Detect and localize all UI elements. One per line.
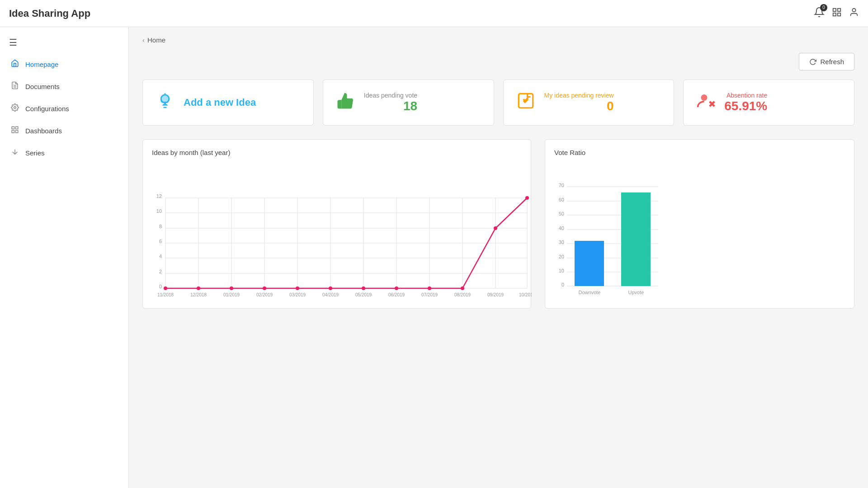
svg-text:08/2019: 08/2019 (454, 292, 471, 297)
series-icon (11, 148, 19, 158)
svg-text:0: 0 (159, 284, 162, 289)
bar-chart-title: Vote Ratio (554, 149, 845, 156)
svg-point-67 (525, 196, 529, 200)
svg-text:20: 20 (559, 254, 564, 259)
dashboards-icon (11, 126, 19, 136)
svg-point-62 (362, 286, 365, 290)
downvote-bar (575, 241, 604, 286)
svg-rect-11 (12, 131, 14, 133)
breadcrumb: ‹ Home (142, 36, 854, 44)
svg-rect-9 (16, 127, 18, 129)
sidebar-item-configurations[interactable]: Configurations (0, 98, 128, 120)
svg-rect-8 (12, 127, 14, 129)
absention-value: 65.91% (724, 99, 767, 113)
sidebar-documents-label: Documents (25, 83, 60, 90)
svg-point-7 (14, 107, 16, 109)
svg-text:11/2018: 11/2018 (157, 292, 174, 297)
sidebar-configurations-label: Configurations (25, 105, 69, 113)
absention-label: Absention rate (724, 92, 767, 99)
user-icon[interactable] (849, 7, 859, 20)
refresh-label: Refresh (820, 58, 844, 66)
topbar-icons: 0 (814, 7, 859, 20)
review-icon (516, 91, 535, 114)
svg-text:40: 40 (559, 225, 564, 231)
svg-text:10: 10 (156, 208, 162, 214)
charts-row: Ideas by month (last year) 0 2 4 6 8 10 … (142, 139, 854, 309)
svg-rect-0 (833, 8, 836, 11)
svg-text:2: 2 (159, 269, 162, 274)
svg-text:6: 6 (159, 239, 162, 244)
refresh-button[interactable]: Refresh (799, 53, 854, 70)
bar-chart-container: Vote Ratio 0 10 20 30 40 50 60 70 (545, 139, 854, 309)
svg-point-15 (701, 94, 708, 101)
svg-text:50: 50 (559, 211, 564, 216)
svg-rect-10 (16, 131, 18, 133)
vote-text: Ideas pending vote 18 (364, 92, 417, 113)
breadcrumb-page: Home (147, 36, 165, 44)
svg-rect-2 (833, 13, 836, 15)
vote-value: 18 (364, 99, 417, 113)
svg-text:01/2019: 01/2019 (223, 292, 240, 297)
my-ideas-pending-review-card[interactable]: My ideas pending review 0 (503, 80, 675, 126)
app-title: Idea Sharing App (9, 8, 90, 19)
pending-text: My ideas pending review 0 (544, 92, 614, 113)
breadcrumb-arrow: ‹ (142, 36, 145, 44)
sidebar: ☰ Homepage Documents Configur (0, 27, 129, 488)
hamburger-icon[interactable]: ☰ (0, 32, 128, 53)
sidebar-homepage-label: Homepage (25, 61, 58, 68)
svg-point-61 (329, 286, 332, 290)
vote-label: Ideas pending vote (364, 92, 417, 99)
line-chart-svg: 0 2 4 6 8 10 12 (152, 162, 532, 297)
thumbsup-icon (336, 91, 355, 114)
svg-text:07/2019: 07/2019 (421, 292, 438, 297)
svg-point-4 (852, 8, 855, 11)
svg-point-56 (164, 286, 167, 290)
svg-rect-3 (838, 13, 840, 15)
svg-point-60 (296, 286, 299, 290)
svg-text:06/2019: 06/2019 (388, 292, 405, 297)
svg-text:60: 60 (559, 197, 564, 202)
sidebar-item-homepage[interactable]: Homepage (0, 53, 128, 75)
svg-text:12: 12 (156, 193, 162, 199)
svg-text:09/2019: 09/2019 (487, 292, 504, 297)
svg-point-58 (230, 286, 233, 290)
documents-icon (11, 81, 19, 92)
svg-text:03/2019: 03/2019 (289, 292, 306, 297)
svg-text:12/2018: 12/2018 (190, 292, 207, 297)
svg-text:10/2019: 10/2019 (519, 292, 532, 297)
stat-cards: Add a new Idea Ideas pending vote 18 (142, 80, 854, 126)
svg-point-64 (428, 286, 431, 290)
absention-rate-card[interactable]: Absention rate 65.91% (683, 80, 854, 126)
svg-point-59 (263, 286, 266, 290)
svg-text:70: 70 (559, 183, 564, 188)
home-icon (11, 59, 19, 70)
line-chart-title: Ideas by month (last year) (152, 149, 522, 156)
svg-text:02/2019: 02/2019 (256, 292, 273, 297)
svg-point-57 (197, 286, 200, 290)
pending-label: My ideas pending review (544, 92, 614, 99)
configurations-icon (11, 103, 19, 114)
pending-value: 0 (544, 99, 614, 113)
svg-text:0: 0 (561, 282, 564, 287)
idea-bulb-icon (156, 91, 175, 114)
main-content: ‹ Home Refresh Add a new Idea (129, 27, 868, 488)
svg-text:Downvote: Downvote (579, 290, 601, 295)
absention-icon (696, 91, 715, 114)
sidebar-dashboards-label: Dashboards (25, 127, 62, 135)
svg-text:10: 10 (559, 268, 564, 273)
svg-text:04/2019: 04/2019 (322, 292, 339, 297)
grid-icon[interactable] (832, 7, 842, 20)
toolbar: Refresh (142, 53, 854, 70)
notification-bell-icon[interactable]: 0 (814, 7, 825, 20)
svg-text:Upvote: Upvote (628, 290, 644, 295)
svg-text:05/2019: 05/2019 (355, 292, 372, 297)
svg-point-63 (395, 286, 398, 290)
svg-text:30: 30 (559, 239, 564, 245)
sidebar-item-dashboards[interactable]: Dashboards (0, 120, 128, 142)
svg-point-66 (494, 226, 497, 230)
add-idea-text: Add a new Idea (184, 96, 256, 109)
sidebar-item-documents[interactable]: Documents (0, 75, 128, 98)
sidebar-item-series[interactable]: Series (0, 142, 128, 164)
ideas-pending-vote-card[interactable]: Ideas pending vote 18 (323, 80, 494, 126)
add-idea-card[interactable]: Add a new Idea (142, 80, 314, 126)
